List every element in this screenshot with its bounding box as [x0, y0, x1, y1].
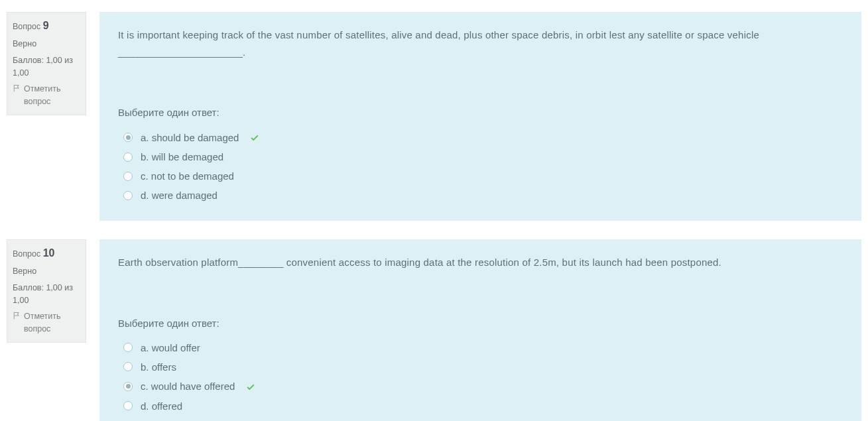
- option-letter: c.: [141, 170, 149, 182]
- flag-question-button[interactable]: Отметить вопрос: [13, 310, 80, 335]
- option-letter: d.: [141, 400, 149, 412]
- question-number: 9: [43, 20, 49, 31]
- option-label: b. will be demaged: [141, 151, 223, 162]
- radio-button[interactable]: [123, 362, 133, 371]
- radio-button[interactable]: [123, 133, 133, 142]
- option-letter: a.: [141, 342, 149, 353]
- flag-question-button[interactable]: Отметить вопрос: [13, 83, 80, 108]
- radio-button[interactable]: [123, 382, 133, 391]
- radio-button[interactable]: [123, 152, 133, 162]
- option-letter: b.: [141, 151, 149, 162]
- question-score: Баллов: 1,00 из 1,00: [13, 54, 80, 80]
- option-letter: b.: [141, 361, 149, 373]
- answer-option[interactable]: c. not to be demaged: [123, 166, 843, 186]
- question-number-row: Вопрос 9: [13, 18, 80, 34]
- option-text: should be damaged: [152, 132, 239, 143]
- option-text: would have offered: [151, 381, 235, 392]
- option-label: d. were damaged: [141, 190, 217, 201]
- option-label: c. not to be demaged: [141, 170, 234, 182]
- question-block: Вопрос 10ВерноБаллов: 1,00 из 1,00Отмети…: [7, 239, 861, 421]
- radio-button[interactable]: [123, 343, 133, 352]
- question-info-panel: Вопрос 10ВерноБаллов: 1,00 из 1,00Отмети…: [7, 239, 86, 343]
- question-info-panel: Вопрос 9ВерноБаллов: 1,00 из 1,00Отметит…: [7, 12, 86, 115]
- option-label: a. should be damaged: [141, 132, 239, 143]
- radio-button[interactable]: [123, 191, 133, 200]
- question-content-panel: Earth observation platform________ conve…: [99, 239, 861, 421]
- option-text: would offer: [152, 342, 200, 353]
- option-letter: c.: [141, 381, 149, 392]
- option-label: a. would offer: [141, 342, 200, 353]
- option-text: not to be demaged: [151, 170, 234, 182]
- option-label: d. offered: [141, 400, 182, 412]
- option-letter: a.: [141, 132, 149, 143]
- option-text: were damaged: [152, 190, 217, 201]
- question-text: Earth observation platform________ conve…: [118, 254, 843, 271]
- option-text: offered: [152, 400, 182, 412]
- question-score: Баллов: 1,00 из 1,00: [13, 282, 80, 307]
- option-text: will be demaged: [152, 151, 223, 162]
- answer-option[interactable]: d. offered: [123, 396, 843, 416]
- question-word: Вопрос: [13, 249, 40, 259]
- check-icon: [245, 381, 256, 392]
- question-text: It is important keeping track of the vas…: [118, 27, 843, 60]
- check-icon: [249, 131, 260, 143]
- question-number: 10: [43, 247, 55, 259]
- answer-option[interactable]: a. should be damaged: [123, 127, 843, 147]
- question-status: Верно: [13, 38, 80, 50]
- answer-option[interactable]: d. were damaged: [123, 186, 843, 205]
- radio-button[interactable]: [123, 172, 133, 181]
- flag-icon: [13, 84, 21, 92]
- question-status: Верно: [13, 265, 80, 278]
- option-text: offers: [152, 361, 176, 373]
- question-word: Вопрос: [13, 22, 40, 31]
- answer-option[interactable]: c. would have offered: [123, 377, 843, 396]
- answer-option[interactable]: b. offers: [123, 357, 843, 377]
- answer-option[interactable]: a. would offer: [123, 338, 843, 357]
- question-number-row: Вопрос 10: [13, 245, 80, 261]
- flag-question-label: Отметить вопрос: [24, 83, 80, 108]
- option-label: c. would have offered: [141, 381, 235, 392]
- choose-prompt: Выберите один ответ:: [118, 107, 843, 118]
- radio-button[interactable]: [123, 401, 133, 410]
- option-label: b. offers: [141, 361, 176, 373]
- flag-icon: [13, 312, 21, 320]
- answer-option[interactable]: b. will be demaged: [123, 147, 843, 166]
- flag-question-label: Отметить вопрос: [24, 310, 80, 335]
- question-block: Вопрос 9ВерноБаллов: 1,00 из 1,00Отметит…: [7, 12, 861, 221]
- choose-prompt: Выберите один ответ:: [118, 318, 843, 329]
- option-letter: d.: [141, 190, 149, 201]
- question-content-panel: It is important keeping track of the vas…: [99, 12, 861, 221]
